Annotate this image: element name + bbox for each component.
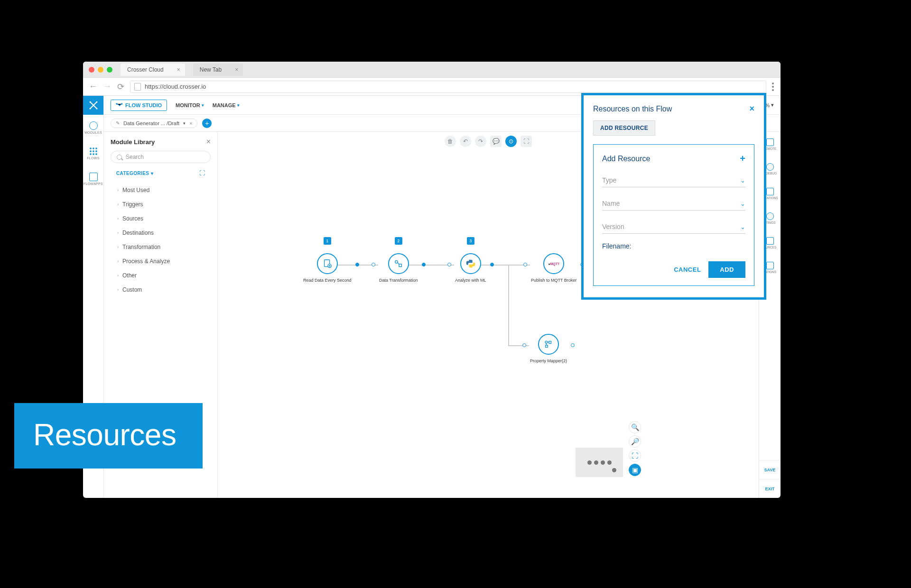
close-tab-icon[interactable]: ×: [177, 66, 180, 73]
close-resources-button[interactable]: ×: [749, 104, 754, 114]
input-port[interactable]: [522, 343, 526, 347]
category-item[interactable]: ›Most Used: [111, 183, 211, 197]
flow-node[interactable]: 1 Read Data Every Second: [303, 253, 352, 283]
close-library-button[interactable]: ×: [206, 138, 211, 146]
category-item[interactable]: ›Process & Analyze: [111, 254, 211, 268]
version-label: Version: [602, 223, 624, 230]
svg-point-3: [96, 108, 97, 110]
chevron-down-icon: ▾: [771, 102, 774, 108]
undo-button[interactable]: ↶: [460, 136, 471, 147]
minimap[interactable]: [576, 448, 623, 477]
add-resource-button[interactable]: ADD RESOURCE: [593, 120, 655, 136]
back-button[interactable]: ←: [89, 82, 97, 92]
comment-button[interactable]: 💬: [490, 136, 502, 147]
close-tab-icon[interactable]: ×: [235, 66, 238, 73]
forward-button[interactable]: →: [103, 82, 112, 92]
output-port[interactable]: [490, 263, 494, 266]
page-icon: [134, 83, 141, 91]
category-item[interactable]: ›Sources: [111, 211, 211, 226]
manage-menu[interactable]: MANAGE ▾: [213, 102, 240, 108]
bell-icon: [766, 188, 774, 195]
zoom-out-button[interactable]: 🔎: [629, 435, 641, 448]
minimize-window-icon[interactable]: [98, 67, 103, 73]
reload-button[interactable]: ⟳: [117, 82, 124, 92]
debug-icon: [766, 163, 774, 171]
add-button[interactable]: ADD: [708, 261, 745, 278]
app-logo[interactable]: [83, 96, 103, 115]
browser-menu-icon[interactable]: [772, 83, 775, 91]
flow-node[interactable]: ●MQTT Publish to MQTT Broker: [531, 253, 576, 283]
name-select[interactable]: Name ⌄: [602, 196, 745, 211]
output-port[interactable]: [422, 263, 426, 266]
category-item[interactable]: ›Other: [111, 268, 211, 283]
browser-tab-inactive[interactable]: New Tab ×: [193, 64, 243, 76]
fullscreen-button[interactable]: ⛶: [521, 136, 532, 147]
redo-button[interactable]: ↷: [475, 136, 486, 147]
flow-studio-button[interactable]: FLOW STUDIO: [111, 100, 167, 111]
chevron-right-icon: ›: [117, 202, 119, 207]
rail-label: MODULES: [84, 131, 102, 134]
chevron-right-icon: ›: [117, 259, 119, 264]
rail-flowapps[interactable]: FLOWAPPS: [83, 166, 103, 192]
save-button[interactable]: SAVE: [759, 460, 781, 479]
category-item[interactable]: ›Destinations: [111, 226, 211, 240]
chevron-down-icon: ⌄: [740, 177, 745, 184]
url-text: https://cloud.crosser.io: [145, 83, 206, 90]
flows-icon: [89, 147, 98, 156]
expand-form-button[interactable]: +: [740, 153, 745, 164]
chevron-right-icon: ›: [117, 188, 119, 193]
fit-button[interactable]: ⛶: [629, 450, 641, 462]
monitor-menu[interactable]: MONITOR ▾: [176, 102, 204, 108]
expand-all-button[interactable]: ⛶: [199, 170, 205, 176]
modules-icon: [89, 121, 98, 130]
resources-icon: [766, 237, 774, 245]
magnet-button[interactable]: ⊙: [505, 136, 517, 147]
delete-button[interactable]: 🗑: [445, 136, 456, 147]
category-item[interactable]: ›Custom: [111, 283, 211, 297]
form-title: Add Resource: [602, 155, 650, 163]
chevron-right-icon: ›: [117, 230, 119, 235]
svg-point-0: [89, 101, 91, 103]
flow-node[interactable]: 2 Data Transformation: [379, 253, 418, 283]
search-input[interactable]: Search: [111, 151, 211, 163]
exit-button[interactable]: EXIT: [759, 479, 781, 498]
category-item[interactable]: ›Triggers: [111, 197, 211, 211]
version-select[interactable]: Version ⌄: [602, 219, 745, 234]
input-port[interactable]: [372, 263, 375, 266]
rail-label: FLOWAPPS: [84, 182, 103, 185]
flow-node[interactable]: Property Mapper(2): [530, 334, 567, 363]
input-port[interactable]: [447, 263, 451, 266]
rail-modules[interactable]: MODULES: [83, 115, 103, 140]
doc-tab-label: Data Generator ... /Draft: [123, 120, 179, 126]
url-field[interactable]: https://cloud.crosser.io: [130, 81, 766, 93]
output-port[interactable]: [571, 343, 575, 347]
cancel-button[interactable]: CANCEL: [674, 266, 701, 273]
type-select[interactable]: Type ⌄: [602, 173, 745, 187]
category-item[interactable]: ›Transformation: [111, 240, 211, 254]
input-port[interactable]: [523, 263, 527, 266]
rail-flows[interactable]: FLOWS: [83, 140, 103, 166]
maximize-window-icon[interactable]: [107, 67, 112, 73]
close-window-icon[interactable]: [89, 67, 94, 73]
doc-tab[interactable]: ✎ Data Generator ... /Draft ▾ ×: [111, 119, 197, 128]
zoom-in-button[interactable]: 🔍: [629, 421, 641, 433]
node-label: Data Transformation: [379, 278, 418, 283]
browser-tab-active[interactable]: Crosser Cloud ×: [121, 64, 185, 76]
node-label: Publish to MQTT Broker: [531, 278, 576, 283]
node-badge: 2: [395, 237, 402, 245]
close-doc-tab[interactable]: ×: [189, 120, 192, 126]
center-button[interactable]: ▣: [629, 464, 641, 476]
add-resource-form: Add Resource + Type ⌄ Name ⌄ Version ⌄ F…: [593, 144, 754, 286]
chevron-right-icon: ›: [117, 273, 119, 278]
chevron-right-icon: ›: [117, 216, 119, 221]
chevron-down-icon: ⌄: [740, 200, 745, 207]
categories-header[interactable]: CATEGORIES ▾: [116, 171, 154, 176]
category-list: ›Most Used ›Triggers ›Sources ›Destinati…: [111, 183, 211, 297]
output-port[interactable]: [355, 263, 359, 266]
flow-node[interactable]: 3 Analyze with ML: [455, 253, 486, 283]
chevron-right-icon: ›: [117, 287, 119, 292]
chevron-down-icon: ▾: [183, 121, 186, 126]
monitor-label: MONITOR: [176, 102, 200, 108]
svg-point-11: [545, 341, 548, 343]
add-tab-button[interactable]: +: [202, 119, 212, 128]
